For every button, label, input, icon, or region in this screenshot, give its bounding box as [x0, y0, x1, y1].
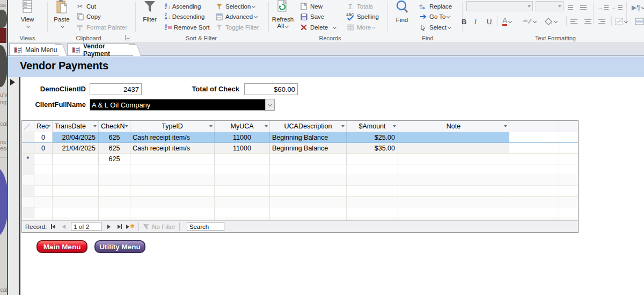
table-row[interactable]: 0 20/04/2025 625 Cash receipt item/s 110…: [22, 132, 578, 143]
search-input[interactable]: Search: [187, 222, 224, 231]
cell-transdate[interactable]: 20/04/2025: [53, 132, 99, 143]
new-record-row[interactable]: * 625: [22, 154, 578, 164]
cell-rec[interactable]: 0: [34, 132, 53, 143]
cell-ucadescription[interactable]: Beginning Balance: [270, 143, 347, 154]
cell-rec[interactable]: 0: [34, 143, 53, 154]
record-position[interactable]: 1 of 2: [71, 222, 101, 231]
combo-dropdown-button[interactable]: [265, 99, 274, 110]
column-header-ucadescription[interactable]: UCADescription: [270, 121, 347, 132]
align-left-button[interactable]: [570, 16, 577, 27]
cut-button[interactable]: ✂ Cut: [76, 2, 96, 11]
tab-vendor-payment[interactable]: Vendor Payment: [67, 44, 135, 55]
column-header-myuca[interactable]: MyUCA: [215, 121, 270, 132]
format-painter-button[interactable]: Format Painter: [76, 23, 127, 32]
cell-myuca[interactable]: 11000: [215, 143, 270, 154]
advanced-button[interactable]: Advanced: [215, 12, 257, 21]
gridlines-button[interactable]: [615, 16, 627, 27]
numbering-button[interactable]: [580, 2, 587, 13]
find-button[interactable]: Find: [390, 0, 414, 23]
column-header-amount[interactable]: $Amount: [347, 121, 398, 132]
client-full-name-combobox[interactable]: A & L Oil Company: [90, 99, 275, 111]
remove-sort-button[interactable]: AZ Remove Sort: [165, 23, 210, 32]
italic-button[interactable]: I: [474, 16, 477, 27]
cell-note[interactable]: [398, 132, 509, 143]
record-new-icon[interactable]: ✱: [126, 222, 135, 231]
descending-button[interactable]: ZA↓ Descending: [165, 12, 204, 21]
more-button[interactable]: More: [346, 23, 375, 32]
paste-button[interactable]: Paste: [50, 0, 74, 29]
record-prev-icon[interactable]: [59, 222, 68, 231]
table-row[interactable]: 0 21/04/2025 625 Cash receipt item/s 110…: [22, 143, 578, 154]
totals-button[interactable]: Σ Totals: [346, 2, 373, 11]
bullets-button[interactable]: [568, 2, 573, 13]
cell-checkn[interactable]: 625: [99, 132, 130, 143]
cell-checkn[interactable]: 625: [99, 143, 130, 154]
highlight-button[interactable]: ab: [523, 16, 536, 27]
tab-main-menu[interactable]: Main Menu: [9, 44, 61, 55]
column-header-note[interactable]: Note: [398, 121, 509, 132]
paragraph-direction-button[interactable]: ▶¶: [632, 2, 644, 13]
save-button[interactable]: Save: [299, 12, 324, 21]
cell-rec[interactable]: [34, 154, 53, 164]
row-selector[interactable]: [22, 143, 34, 154]
utility-menu-button[interactable]: Utility Menu: [94, 240, 145, 253]
new-record-button[interactable]: New: [299, 2, 323, 11]
font-color-button[interactable]: A: [502, 16, 511, 27]
total-of-check-field[interactable]: $60.00: [244, 83, 298, 95]
client-full-name-value[interactable]: A & L Oil Company: [90, 99, 265, 110]
row-selector[interactable]: [22, 132, 34, 143]
cell-ucadescription[interactable]: Beginning Balance: [270, 132, 347, 143]
bold-button[interactable]: B: [462, 16, 466, 27]
column-header-transdate[interactable]: TransDate: [53, 121, 99, 132]
cell-note[interactable]: [398, 143, 509, 154]
font-name-select[interactable]: [466, 1, 533, 11]
align-right-button[interactable]: [598, 16, 605, 27]
cell-typeid[interactable]: [130, 154, 215, 164]
delete-button[interactable]: Delete: [299, 23, 336, 32]
indent-decrease-button[interactable]: ←: [611, 2, 623, 13]
cell-transdate[interactable]: 21/04/2025: [53, 143, 99, 154]
column-header-checkn[interactable]: CheckN: [99, 121, 130, 132]
align-center-button[interactable]: [584, 16, 591, 27]
cell-amount[interactable]: $35.00: [347, 143, 398, 154]
cell-amount[interactable]: [347, 154, 398, 164]
underline-button[interactable]: U: [487, 16, 492, 27]
cell-transdate[interactable]: [53, 154, 99, 164]
cell-ucadescription[interactable]: [270, 154, 347, 164]
select-all-corner[interactable]: [22, 121, 34, 132]
cell-note[interactable]: [398, 154, 509, 164]
refresh-all-button[interactable]: Refresh All: [270, 0, 296, 29]
select-button[interactable]: Select: [419, 23, 451, 32]
alt-row-color-button[interactable]: [635, 16, 644, 27]
cell-checkn[interactable]: 625: [99, 154, 130, 164]
view-button[interactable]: View: [15, 0, 40, 29]
column-header-rec[interactable]: Rec: [34, 121, 53, 132]
font-size-select[interactable]: [536, 1, 564, 11]
spelling-button[interactable]: ABC Spelling: [346, 12, 379, 21]
no-filter-button[interactable]: No Filter: [143, 223, 175, 230]
ascending-button[interactable]: AZ↓ Ascending: [165, 2, 201, 11]
copy-button[interactable]: Copy: [76, 12, 101, 21]
dialog-launcher-icon[interactable]: [125, 35, 130, 40]
chevron-down-icon: [252, 4, 255, 8]
column-header-typeid[interactable]: TypeID: [130, 121, 215, 132]
record-next-icon[interactable]: [104, 222, 113, 231]
record-last-icon[interactable]: [115, 222, 124, 231]
fill-color-button[interactable]: [545, 16, 557, 27]
filter-button[interactable]: Filter: [138, 0, 162, 23]
selection-button[interactable]: Selection: [215, 2, 255, 11]
toggle-filter-button[interactable]: Toggle Filter: [215, 23, 259, 32]
record-first-icon[interactable]: [48, 222, 57, 231]
replace-button[interactable]: ab Replace: [419, 2, 452, 11]
goto-button[interactable]: Go To: [419, 12, 450, 21]
new-record-marker[interactable]: *: [22, 154, 34, 164]
cell-myuca[interactable]: 11000: [215, 132, 270, 143]
cell-myuca[interactable]: [215, 154, 270, 164]
cell-typeid[interactable]: Cash receipt item/s: [130, 132, 215, 143]
cell-amount[interactable]: $25.00: [347, 132, 398, 143]
cell-typeid[interactable]: Cash receipt item/s: [130, 143, 215, 154]
demo-client-id-field[interactable]: 2437: [90, 83, 142, 95]
nav-pane-expand-icon[interactable]: [10, 79, 15, 85]
main-menu-button[interactable]: Main Menu: [36, 240, 87, 253]
indent-increase-button[interactable]: →: [597, 2, 609, 13]
